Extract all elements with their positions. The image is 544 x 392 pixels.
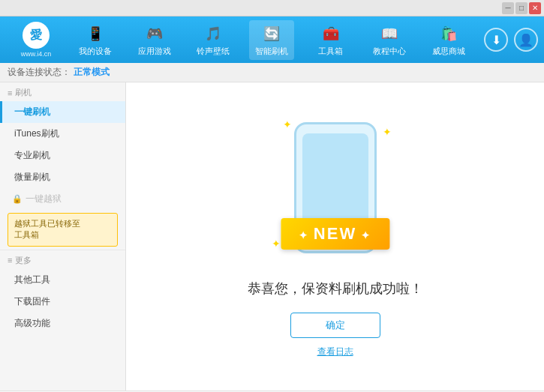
- sidebar-item-one-click-jailbreak: 🔒 一键越狱: [0, 188, 125, 210]
- flash-section-icon: ≡: [8, 88, 12, 97]
- jailbreak-label: 一键越狱: [26, 193, 62, 205]
- nav-logo: 愛 www.i4.cn: [6, 22, 66, 58]
- nav-label-my-device: 我的设备: [79, 46, 112, 57]
- nav-label-weisi-mall: 威思商城: [432, 46, 465, 57]
- smart-flash-icon: 🔄: [261, 23, 282, 44]
- view-log-link[interactable]: 查看日志: [317, 346, 353, 358]
- main-layout: ≡ 刷机 一键刷机 iTunes刷机 专业刷机 微量刷机 🔒 一键越狱 越狱工具…: [0, 82, 544, 391]
- more-section-header: ≡ 更多: [0, 250, 125, 269]
- nav-bar: 愛 www.i4.cn 📱 我的设备 🎮 应用游戏 🎵 铃声壁纸 🔄 智能刷机 …: [0, 16, 544, 63]
- nav-label-toolbox: 工具箱: [318, 46, 343, 57]
- nav-item-weisi-mall[interactable]: 🛍️ 威思商城: [426, 20, 471, 60]
- status-bar: 设备连接状态： 正常模式: [0, 63, 544, 82]
- sidebar: ≡ 刷机 一键刷机 iTunes刷机 专业刷机 微量刷机 🔒 一键越狱 越狱工具…: [0, 82, 126, 391]
- sparkle-3: ✦: [272, 238, 281, 250]
- nav-label-ringtones: 铃声壁纸: [197, 46, 230, 57]
- nav-label-tutorials: 教程中心: [373, 46, 406, 57]
- nav-label-smart-flash: 智能刷机: [255, 46, 288, 57]
- user-btn[interactable]: 👤: [514, 28, 538, 52]
- flash-section-header: ≡ 刷机: [0, 82, 125, 101]
- title-bar: ─ □ ✕: [0, 0, 544, 16]
- nav-item-my-device[interactable]: 📱 我的设备: [73, 20, 118, 60]
- more-section-icon: ≡: [8, 256, 12, 265]
- sidebar-item-download-firmware[interactable]: 下载固件: [0, 291, 125, 313]
- sidebar-item-advanced-func[interactable]: 高级功能: [0, 313, 125, 334]
- nav-item-ringtones[interactable]: 🎵 铃声壁纸: [191, 20, 236, 60]
- sidebar-item-micro-flash[interactable]: 微量刷机: [0, 166, 125, 188]
- download-btn[interactable]: ⬇: [484, 28, 508, 52]
- sidebar-item-other-tools[interactable]: 其他工具: [0, 269, 125, 291]
- nav-item-smart-flash[interactable]: 🔄 智能刷机: [249, 20, 294, 60]
- jailbreak-notice-line2: 工具箱: [14, 229, 111, 241]
- content-area: ✦ ✦ ✦ NEW 恭喜您，保资料刷机成功啦！ 确定 查看日志: [126, 82, 544, 391]
- ringtones-icon: 🎵: [203, 23, 224, 44]
- apps-games-icon: 🎮: [144, 23, 165, 44]
- logo-circle: 愛: [23, 22, 50, 49]
- status-value: 正常模式: [74, 66, 110, 79]
- nav-item-tutorials[interactable]: 📖 教程中心: [367, 20, 412, 60]
- sidebar-item-itunes-flash[interactable]: iTunes刷机: [0, 123, 125, 145]
- minimize-button[interactable]: ─: [502, 2, 514, 14]
- close-button[interactable]: ✕: [529, 2, 541, 14]
- tutorials-icon: 📖: [379, 23, 400, 44]
- jailbreak-notice: 越狱工具已转移至 工具箱: [8, 213, 118, 247]
- sidebar-item-pro-flash[interactable]: 专业刷机: [0, 145, 125, 166]
- nav-right: ⬇ 👤: [484, 28, 538, 52]
- nav-item-toolbox[interactable]: 🧰 工具箱: [308, 20, 353, 60]
- success-image: ✦ ✦ ✦ NEW: [260, 115, 410, 265]
- new-ribbon: NEW: [281, 218, 389, 250]
- toolbox-icon: 🧰: [320, 23, 341, 44]
- confirm-button[interactable]: 确定: [290, 313, 380, 338]
- weisi-mall-icon: 🛍️: [438, 23, 459, 44]
- nav-label-apps-games: 应用游戏: [138, 46, 171, 57]
- nav-items: 📱 我的设备 🎮 应用游戏 🎵 铃声壁纸 🔄 智能刷机 🧰 工具箱 📖 教程中心…: [66, 20, 478, 60]
- nav-item-apps-games[interactable]: 🎮 应用游戏: [132, 20, 177, 60]
- jailbreak-notice-line1: 越狱工具已转移至: [14, 218, 111, 229]
- more-section: ≡ 更多 其他工具 下载固件 高级功能: [0, 250, 125, 334]
- my-device-icon: 📱: [85, 23, 106, 44]
- lock-icon: 🔒: [12, 194, 23, 204]
- success-title: 恭喜您，保资料刷机成功啦！: [248, 280, 423, 298]
- status-label: 设备连接状态：: [8, 66, 71, 79]
- logo-text: www.i4.cn: [21, 50, 52, 58]
- sidebar-item-one-click-flash[interactable]: 一键刷机: [0, 101, 125, 123]
- sparkle-2: ✦: [383, 126, 392, 138]
- maximize-button[interactable]: □: [515, 2, 527, 14]
- flash-section-label: 刷机: [15, 87, 32, 98]
- more-section-label: 更多: [15, 255, 32, 266]
- sparkle-1: ✦: [283, 118, 292, 130]
